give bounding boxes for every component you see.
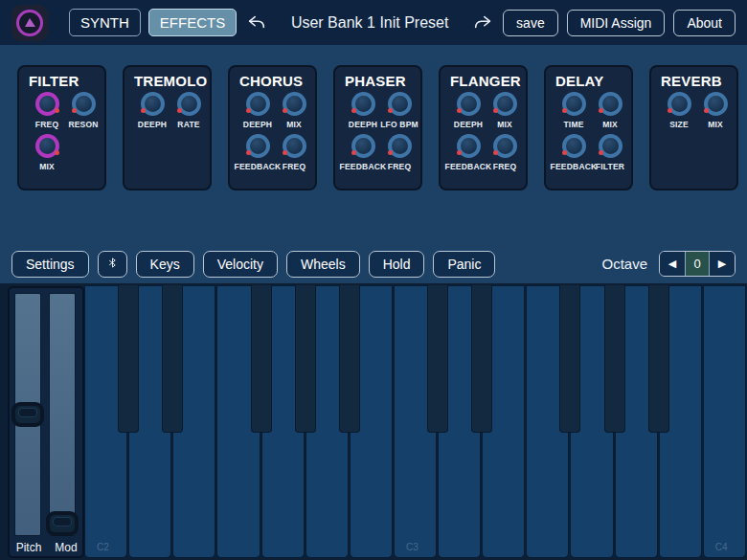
reverb-mix-knob[interactable] bbox=[704, 92, 728, 116]
octave-down-icon[interactable]: ◀ bbox=[660, 252, 685, 276]
effects-rack: FILTERFREQRESONMIXTREMOLODEEPHRATECHORUS… bbox=[0, 45, 747, 244]
knob-cell: FREQ bbox=[29, 92, 65, 129]
keys-button[interactable]: Keys bbox=[136, 251, 194, 278]
key-gsharp3[interactable] bbox=[604, 285, 625, 433]
phaser-deeph-knob[interactable] bbox=[351, 92, 375, 116]
knob-row: FREQRESON bbox=[29, 92, 104, 129]
phaser-freq-knob[interactable] bbox=[388, 134, 412, 158]
knob-cell: SIZE bbox=[661, 92, 697, 129]
knob-row: MIX bbox=[29, 134, 104, 171]
key-asharp3[interactable] bbox=[648, 285, 669, 433]
delay-feedback-knob[interactable] bbox=[562, 134, 586, 158]
knob-indicator-dot bbox=[351, 150, 356, 155]
flanger-freq-knob[interactable] bbox=[493, 134, 517, 158]
octave-control: Octave ◀ 0 ▶ bbox=[601, 251, 736, 277]
mod-wheel[interactable] bbox=[49, 293, 76, 536]
key-fsharp3[interactable] bbox=[559, 285, 580, 433]
velocity-button[interactable]: Velocity bbox=[203, 251, 278, 278]
key-dsharp3[interactable] bbox=[471, 285, 492, 433]
tab-effects[interactable]: EFFECTS bbox=[148, 9, 237, 36]
filter-freq-knob[interactable] bbox=[35, 92, 59, 116]
knob-row: DEEPHMIX bbox=[239, 92, 315, 129]
knob-label: FREQ bbox=[35, 120, 58, 129]
knob-label: DEEPH bbox=[243, 120, 272, 129]
about-button[interactable]: About bbox=[673, 10, 736, 36]
preset-title: User Bank 1 Init Preset bbox=[291, 14, 449, 32]
undo-icon[interactable] bbox=[245, 11, 268, 34]
knob-label: MIX bbox=[39, 162, 55, 171]
knob-row: DEEPHMIX bbox=[450, 92, 526, 129]
knob-cell: MIX bbox=[276, 92, 312, 129]
knob-row: FEEDBACKFREQ bbox=[345, 134, 420, 171]
key-gsharp2[interactable] bbox=[295, 285, 316, 433]
effect-panel-phaser: PHASERDEEPHLFO BPMFEEDBACKFREQ bbox=[333, 65, 422, 190]
keyboard-toolbar: Settings KeysVelocityWheelsHoldPanic Oct… bbox=[0, 244, 747, 283]
knob-label: FREQ bbox=[493, 162, 516, 171]
pitch-wheel[interactable] bbox=[14, 293, 41, 536]
bluetooth-button[interactable] bbox=[98, 251, 127, 278]
knob-indicator-dot bbox=[388, 108, 393, 113]
key-csharp2[interactable] bbox=[118, 285, 139, 433]
tremolo-deeph-knob[interactable] bbox=[141, 92, 165, 116]
chorus-deeph-knob[interactable] bbox=[246, 92, 270, 116]
tab-synth[interactable]: SYNTH bbox=[69, 9, 141, 36]
knob-cell: FREQ bbox=[276, 134, 312, 171]
knob-indicator-dot bbox=[55, 150, 59, 155]
key-asharp2[interactable] bbox=[339, 285, 360, 433]
knob-indicator-dot bbox=[599, 150, 603, 155]
phaser-lfo-bpm-knob[interactable] bbox=[388, 92, 412, 116]
wheel-handle-slot bbox=[18, 408, 37, 417]
filter-mix-knob[interactable] bbox=[35, 134, 59, 158]
knob-indicator-dot bbox=[457, 150, 462, 155]
app-logo-icon bbox=[16, 10, 43, 36]
key-csharp3[interactable] bbox=[427, 285, 448, 433]
reverb-size-knob[interactable] bbox=[668, 92, 691, 116]
key-c4[interactable]: C4 bbox=[703, 285, 746, 558]
flanger-deeph-knob[interactable] bbox=[457, 92, 481, 116]
flanger-feedback-knob[interactable] bbox=[457, 134, 481, 158]
octave-label: Octave bbox=[601, 256, 647, 272]
panel-title: TREMOLO bbox=[134, 73, 210, 89]
midi-assign-button[interactable]: MIDI Assign bbox=[567, 10, 666, 36]
octave-up-icon[interactable]: ▶ bbox=[710, 252, 735, 276]
key-fsharp2[interactable] bbox=[251, 285, 272, 433]
delay-filter-knob[interactable] bbox=[599, 134, 622, 158]
hold-button[interactable]: Hold bbox=[369, 251, 425, 278]
effect-panel-tremolo: TREMOLODEEPHRATE bbox=[123, 65, 212, 190]
knob-cell: FREQ bbox=[381, 134, 418, 171]
knob-indicator-dot bbox=[493, 150, 498, 155]
knob-row: FEEDBACKFREQ bbox=[239, 134, 315, 171]
wheels-button[interactable]: Wheels bbox=[286, 251, 360, 278]
knob-indicator-dot bbox=[351, 108, 356, 113]
chorus-mix-knob[interactable] bbox=[283, 92, 306, 116]
key-dsharp2[interactable] bbox=[162, 285, 183, 433]
delay-time-knob[interactable] bbox=[562, 92, 586, 116]
pitch-wheel-handle[interactable] bbox=[11, 402, 44, 427]
chorus-feedback-knob[interactable] bbox=[246, 134, 270, 158]
delay-mix-knob[interactable] bbox=[599, 92, 622, 116]
knob-cell: DEEPH bbox=[345, 92, 381, 129]
page-tabs: SYNTH EFFECTS bbox=[69, 9, 237, 36]
settings-button[interactable]: Settings bbox=[11, 251, 89, 278]
app-logo[interactable] bbox=[11, 5, 48, 41]
save-button[interactable]: save bbox=[503, 10, 558, 36]
panel-title: FILTER bbox=[29, 73, 104, 89]
tremolo-rate-knob[interactable] bbox=[177, 92, 201, 116]
knob-indicator-dot bbox=[388, 150, 393, 155]
effect-panel-reverb: REVERBSIZEMIX bbox=[649, 65, 738, 190]
knob-indicator-dot bbox=[55, 108, 59, 113]
knob-indicator-dot bbox=[457, 108, 462, 113]
phaser-feedback-knob[interactable] bbox=[351, 134, 375, 158]
filter-reson-knob[interactable] bbox=[72, 92, 96, 116]
mod-wheel-handle[interactable] bbox=[46, 511, 79, 536]
octave-marker-c4: C4 bbox=[715, 542, 728, 552]
knob-indicator-dot bbox=[668, 108, 672, 113]
flanger-mix-knob[interactable] bbox=[493, 92, 517, 116]
chorus-freq-knob[interactable] bbox=[283, 134, 306, 158]
knob-label: FEEDBACK bbox=[445, 162, 492, 171]
share-icon[interactable] bbox=[471, 11, 494, 34]
knob-label: DEEPH bbox=[349, 120, 377, 129]
effect-panel-flanger: FLANGERDEEPHMIXFEEDBACKFREQ bbox=[439, 65, 528, 190]
panic-button[interactable]: Panic bbox=[433, 251, 495, 278]
effect-panel-filter: FILTERFREQRESONMIX bbox=[17, 65, 106, 190]
